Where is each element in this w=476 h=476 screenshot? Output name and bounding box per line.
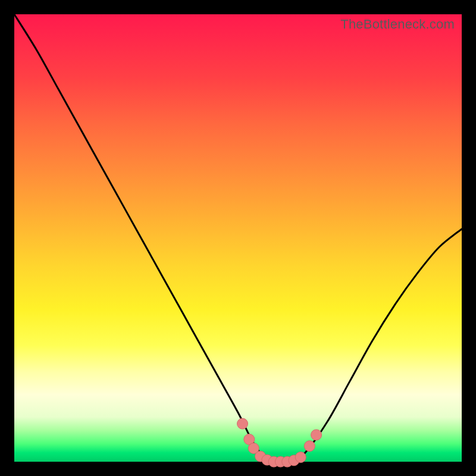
curve-marker xyxy=(304,441,315,452)
chart-svg-layer xyxy=(14,14,462,462)
chart-plot-area: TheBottleneck.com xyxy=(14,14,462,462)
chart-frame: TheBottleneck.com xyxy=(0,0,476,476)
curve-markers xyxy=(237,418,322,467)
curve-marker xyxy=(237,418,248,429)
bottleneck-curve xyxy=(14,14,462,462)
curve-marker xyxy=(295,452,306,462)
curve-marker xyxy=(311,430,322,440)
